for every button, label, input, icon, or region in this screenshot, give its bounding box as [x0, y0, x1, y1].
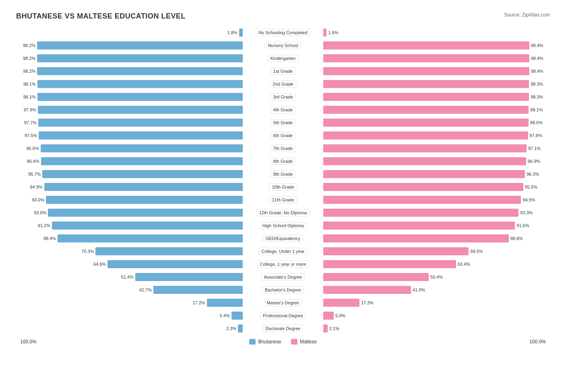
left-bar-wrap: 70.3%: [16, 247, 243, 255]
right-section: 69.5%: [323, 247, 550, 255]
bar-blue: [42, 170, 243, 178]
right-section: 98.4%: [323, 67, 550, 75]
right-value: 95.5%: [525, 185, 539, 189]
left-value: 88.4%: [41, 236, 56, 241]
bar-label: Master's Degree: [264, 299, 302, 306]
left-section: 98.2%: [16, 67, 243, 75]
left-section: 96.4%: [16, 157, 243, 165]
right-section: 41.9%: [323, 286, 550, 294]
left-value: 94.9%: [28, 185, 43, 189]
bar-row: 94.0% 11th Grade 94.5%: [16, 194, 550, 205]
right-bar-wrap: 98.3%: [323, 80, 550, 88]
bar-label: 2nd Grade: [270, 80, 296, 88]
bar-label: 11th Grade: [269, 196, 297, 203]
right-bar-wrap: 63.4%: [323, 260, 550, 268]
right-section: 98.3%: [323, 80, 550, 88]
bar-pink: [323, 247, 469, 255]
chart-title: BHUTANESE VS MALTESE EDUCATION LEVEL: [16, 12, 186, 21]
bar-row: 1.8% No Schooling Completed 1.6%: [16, 27, 550, 38]
right-value: 97.8%: [530, 133, 544, 138]
bar-blue: [41, 144, 243, 152]
footer-right-value: 100.0%: [529, 339, 546, 345]
right-value: 41.9%: [413, 287, 427, 292]
left-value: 97.7%: [22, 120, 37, 125]
right-section: 98.3%: [323, 93, 550, 101]
legend-item-blue: Bhutanese: [249, 339, 281, 345]
label-section: Bachelor's Degree: [243, 286, 323, 293]
left-section: 98.2%: [16, 41, 243, 49]
label-section: 7th Grade: [243, 145, 323, 152]
left-bar-wrap: 98.1%: [16, 93, 243, 101]
bar-blue: [41, 157, 243, 165]
right-value: 98.0%: [530, 120, 545, 125]
right-bar-wrap: 98.4%: [323, 67, 550, 75]
left-bar-wrap: 95.7%: [16, 170, 243, 178]
bar-blue: [153, 286, 243, 294]
bar-row: 98.2% Kindergarten 98.4%: [16, 53, 550, 64]
legend-label-pink: Maltese: [300, 339, 317, 345]
left-value: 96.4%: [25, 159, 39, 164]
right-bar-wrap: 1.6%: [323, 29, 550, 37]
left-section: 97.5%: [16, 131, 243, 140]
left-bar-wrap: 94.0%: [16, 196, 243, 204]
left-bar-wrap: 94.9%: [16, 183, 243, 191]
bar-pink: [323, 312, 334, 320]
left-bar-wrap: 97.5%: [16, 131, 243, 140]
right-section: 97.1%: [323, 144, 550, 152]
left-section: 98.2%: [16, 54, 243, 62]
label-section: High School Diploma: [243, 222, 323, 229]
left-bar-wrap: 96.6%: [16, 144, 243, 152]
label-section: Kindergarten: [243, 55, 323, 62]
bar-blue: [239, 29, 243, 37]
right-bar-wrap: 97.8%: [323, 131, 550, 140]
right-section: 50.4%: [323, 273, 550, 281]
right-section: 98.4%: [323, 54, 550, 62]
right-bar-wrap: 98.0%: [323, 119, 550, 127]
label-section: 8th Grade: [243, 158, 323, 165]
bar-pink: [323, 183, 523, 191]
label-section: 11th Grade: [243, 196, 323, 203]
bar-blue: [44, 183, 243, 191]
right-section: 91.6%: [323, 222, 550, 230]
right-section: 63.4%: [323, 260, 550, 268]
left-section: 94.0%: [16, 196, 243, 204]
bar-pink: [323, 157, 526, 165]
bar-row: 5.4% Professional Degree 5.0%: [16, 310, 550, 321]
left-value: 95.7%: [26, 172, 41, 177]
left-value: 98.1%: [21, 94, 36, 99]
left-bar-wrap: 88.4%: [16, 234, 243, 242]
right-bar-wrap: 98.3%: [323, 93, 550, 101]
bar-row: 97.5% 6th Grade 97.8%: [16, 130, 550, 141]
left-bar-wrap: 93.0%: [16, 209, 243, 217]
bar-row: 98.1% 2nd Grade 98.3%: [16, 78, 550, 90]
right-section: 97.8%: [323, 131, 550, 140]
left-bar-wrap: 96.4%: [16, 157, 243, 165]
bar-pink: [323, 222, 515, 230]
bar-blue: [231, 312, 243, 320]
right-bar-wrap: 98.1%: [323, 106, 550, 114]
right-section: 1.6%: [323, 29, 550, 37]
left-bar-wrap: 98.2%: [16, 54, 243, 62]
right-section: 96.9%: [323, 157, 550, 165]
right-value: 98.4%: [531, 69, 545, 74]
bar-blue: [52, 222, 243, 230]
left-section: 93.0%: [16, 209, 243, 217]
left-value: 98.2%: [21, 56, 35, 61]
left-bar-wrap: 64.6%: [16, 260, 243, 268]
bar-label: Associate's Degree: [261, 273, 305, 281]
bar-pink: [323, 80, 529, 88]
right-bar-wrap: 41.9%: [323, 286, 550, 294]
bar-label: 12th Grade, No Diploma: [256, 209, 310, 216]
right-value: 5.0%: [335, 313, 350, 318]
right-value: 63.4%: [458, 262, 472, 267]
left-section: 98.1%: [16, 93, 243, 101]
left-section: 97.9%: [16, 106, 243, 114]
right-bar-wrap: 96.9%: [323, 157, 550, 165]
bar-label: College, 1 year or more: [257, 261, 309, 268]
right-bar-wrap: 69.5%: [323, 247, 550, 255]
bar-blue: [37, 54, 243, 62]
right-section: 96.3%: [323, 170, 550, 178]
right-value: 96.9%: [528, 159, 542, 164]
left-section: 91.2%: [16, 222, 243, 230]
left-bar-wrap: 51.4%: [16, 273, 243, 281]
